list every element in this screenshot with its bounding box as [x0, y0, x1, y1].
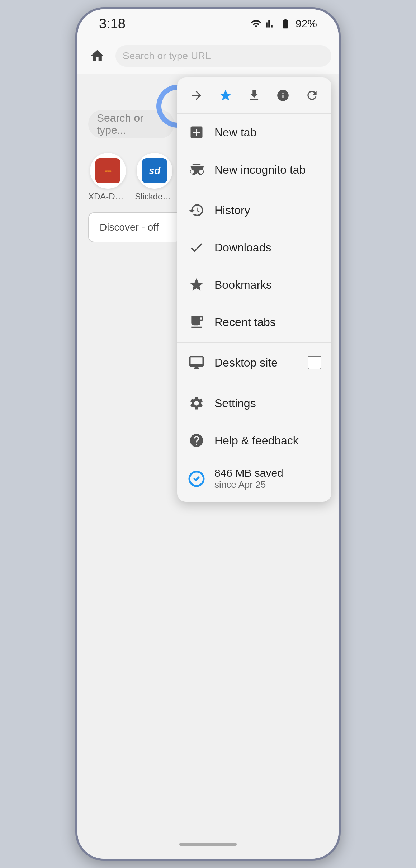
- home-button[interactable]: [85, 43, 110, 69]
- savings-text: 846 MB saved since Apr 25: [214, 467, 283, 490]
- history-label: History: [214, 204, 321, 217]
- shortcut-slickdeals[interactable]: sd Slickdeals: ...: [135, 153, 174, 202]
- help-icon-container: [187, 431, 206, 450]
- downloads-item[interactable]: Downloads: [177, 229, 331, 266]
- desktop-site-label: Desktop site: [214, 356, 308, 369]
- history-icon-container: [187, 201, 206, 220]
- battery-icon: [279, 18, 292, 29]
- reload-button[interactable]: [301, 84, 323, 107]
- sd-label: Slickdeals: ...: [135, 192, 174, 202]
- bookmarks-item[interactable]: Bookmarks: [177, 266, 331, 303]
- download-page-icon: [247, 89, 261, 102]
- browser-topbar: Search or type URL: [77, 38, 339, 74]
- wifi-icon: [250, 18, 262, 29]
- divider-1: [177, 190, 331, 190]
- new-tab-icon: [189, 124, 204, 140]
- downloads-label: Downloads: [214, 241, 321, 254]
- help-feedback-label: Help & feedback: [214, 434, 321, 447]
- discover-off-button[interactable]: Discover - off: [88, 212, 181, 242]
- phone-frame: 3:18 92% Search or type URL: [75, 7, 341, 861]
- savings-icon-container: [187, 470, 206, 488]
- new-tab-item[interactable]: New tab: [177, 114, 331, 151]
- new-tab-icon-container: [187, 123, 206, 142]
- url-bar[interactable]: Search or type URL: [115, 45, 331, 67]
- help-icon: [189, 433, 204, 448]
- downloads-icon: [189, 240, 204, 255]
- download-page-button[interactable]: [243, 84, 266, 107]
- sd-icon-container: sd: [137, 153, 172, 189]
- status-time: 3:18: [99, 16, 126, 32]
- savings-date: since Apr 25: [214, 479, 283, 490]
- recent-tabs-icon-container: [187, 313, 206, 331]
- bookmarks-label: Bookmarks: [214, 278, 321, 292]
- home-nav: [77, 834, 339, 855]
- recent-tabs-label: Recent tabs: [214, 316, 321, 329]
- savings-amount: 846 MB saved: [214, 467, 283, 479]
- status-icons: 92%: [250, 18, 317, 30]
- new-incognito-label: New incognito tab: [214, 163, 321, 176]
- reload-icon: [305, 89, 319, 102]
- settings-icon-container: [187, 394, 206, 412]
- home-icon: [89, 48, 105, 64]
- bookmark-button[interactable]: [214, 84, 237, 107]
- incognito-icon: [189, 162, 204, 178]
- info-button[interactable]: [271, 84, 294, 107]
- bookmarks-icon-container: [187, 275, 206, 294]
- settings-icon: [189, 395, 204, 411]
- dropdown-menu: New tab New incognito tab: [177, 77, 331, 502]
- savings-icon: [188, 470, 205, 487]
- settings-label: Settings: [214, 397, 321, 410]
- menu-toolbar: [177, 77, 331, 114]
- desktop-icon-container: [187, 353, 206, 372]
- sd-icon: sd: [142, 158, 167, 183]
- recent-tabs-icon: [189, 314, 204, 330]
- info-icon: [276, 89, 290, 102]
- battery-percentage: 92%: [296, 18, 317, 30]
- discover-off-label: Discover - off: [100, 222, 159, 233]
- recent-tabs-item[interactable]: Recent tabs: [177, 303, 331, 341]
- xda-icon: ⎓: [95, 158, 120, 183]
- divider-3: [177, 383, 331, 383]
- savings-item: 846 MB saved since Apr 25: [177, 459, 331, 498]
- divider-2: [177, 342, 331, 343]
- history-icon: [189, 202, 204, 218]
- new-incognito-tab-item[interactable]: New incognito tab: [177, 151, 331, 188]
- home-indicator: [179, 843, 237, 846]
- search-bar-placeholder: Search or type...: [97, 112, 166, 136]
- help-feedback-item[interactable]: Help & feedback: [177, 422, 331, 459]
- xda-label: XDA-Develo...: [88, 192, 128, 202]
- forward-icon: [190, 89, 203, 102]
- shortcut-xda[interactable]: ⎓ XDA-Develo...: [88, 153, 128, 202]
- new-tab-label: New tab: [214, 126, 321, 139]
- desktop-site-item[interactable]: Desktop site: [177, 344, 331, 381]
- desktop-icon: [189, 355, 204, 371]
- star-icon: [219, 89, 232, 102]
- xda-icon-container: ⎓: [90, 153, 126, 189]
- bookmarks-icon: [189, 277, 204, 293]
- settings-item[interactable]: Settings: [177, 385, 331, 422]
- history-item[interactable]: History: [177, 192, 331, 229]
- forward-button[interactable]: [185, 84, 208, 107]
- url-bar-text: Search or type URL: [123, 50, 211, 62]
- signal-icon: [265, 18, 275, 29]
- status-bar: 3:18 92%: [77, 9, 339, 38]
- incognito-icon-container: [187, 160, 206, 179]
- downloads-icon-container: [187, 238, 206, 257]
- browser-background: Search or type URL Search or type... ⎓ X…: [77, 38, 339, 859]
- desktop-site-checkbox[interactable]: [308, 356, 321, 369]
